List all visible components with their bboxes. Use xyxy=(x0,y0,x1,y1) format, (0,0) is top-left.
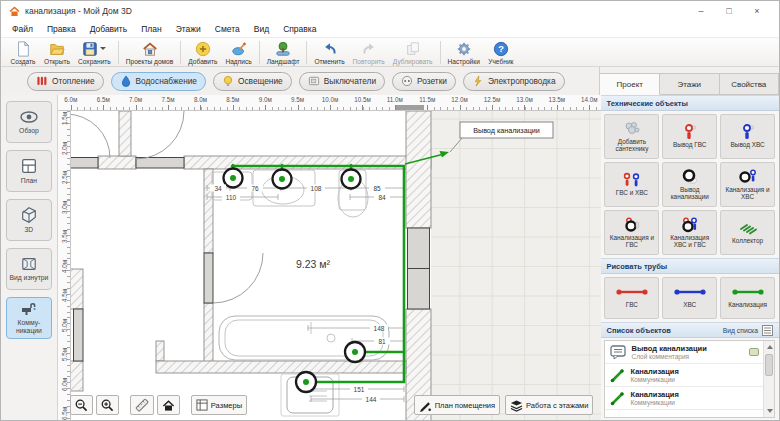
menu-item-add[interactable]: Добавить xyxy=(83,21,135,37)
ruler-tool-button[interactable] xyxy=(130,395,154,415)
open-button[interactable]: Открыть xyxy=(40,38,74,66)
btn-sewage-gvs[interactable]: Канализация и ГВС xyxy=(604,210,659,255)
btn-pipe-hvs[interactable]: ХВС xyxy=(662,277,717,319)
menubar: Файл Правка Добавить План Этажи Смета Ви… xyxy=(1,21,779,37)
dimensions-grid-icon xyxy=(196,399,208,411)
label-button[interactable]: Надпись xyxy=(221,38,255,66)
tree-icon xyxy=(275,41,291,57)
btn-gvs-hvs[interactable]: ГВС и ХВС xyxy=(604,162,659,207)
btn-sewage-hvs-gvs[interactable]: Канализация ХВС и ГВС xyxy=(662,210,717,255)
ruler-label: 6.5м xyxy=(60,399,67,421)
add-button[interactable]: Добавить xyxy=(184,38,221,66)
tab-project[interactable]: Проект xyxy=(600,73,660,95)
lightning-icon xyxy=(472,75,484,87)
save-floppy-icon xyxy=(82,41,98,57)
zoom-out-button[interactable] xyxy=(70,395,93,415)
sidebar-item-communications[interactable]: Комму-никации xyxy=(6,297,52,339)
open-folder-icon xyxy=(49,41,65,57)
btn-sewage-outlet[interactable]: Вывод канализации xyxy=(662,162,717,207)
room-area-label: 9.23 м² xyxy=(296,258,331,270)
undo-button[interactable]: Отменить xyxy=(310,38,348,66)
menu-item-estimate[interactable]: Смета xyxy=(208,21,247,37)
object-list-header: Список объектов Вид списка xyxy=(600,322,779,338)
drawing-canvas[interactable]: 6.0м6.5м7.0м7.5м8.0м8.5м9.0м9.5м10.0м10.… xyxy=(58,95,600,421)
new-button[interactable]: Создать xyxy=(6,38,40,66)
tab-water-supply[interactable]: Водоснабжение xyxy=(111,72,206,91)
btn-outlet-hvs[interactable]: Вывод ХВС xyxy=(720,114,775,159)
tab-floors[interactable]: Этажи xyxy=(660,73,720,95)
ruler-label: 2.0м xyxy=(60,133,67,163)
window-title: канализация - Мой Дом 3D xyxy=(25,6,132,16)
tab-lighting[interactable]: Освещение xyxy=(213,72,292,91)
sidebar-item-plan[interactable]: План xyxy=(6,150,52,192)
scroll-up-icon[interactable] xyxy=(767,345,773,349)
comment-icon xyxy=(610,344,626,360)
list-item[interactable]: Вывод канализации Слой комментария xyxy=(605,341,774,364)
tutorial-button[interactable]: ? Учебник xyxy=(484,38,518,66)
tab-properties[interactable]: Свойства xyxy=(720,73,780,95)
ruler-label: 5.0м xyxy=(60,310,67,340)
btn-pipe-gvs[interactable]: ГВС xyxy=(604,277,659,319)
close-button[interactable]: × xyxy=(743,1,771,21)
ruler-label: 6.0м xyxy=(60,369,67,399)
sidebar-item-overview[interactable]: Обзор xyxy=(6,101,52,143)
menu-item-help[interactable]: Справка xyxy=(276,21,323,37)
hot-pipe-icon xyxy=(614,287,650,297)
settings-button[interactable]: Настройки xyxy=(444,38,484,66)
floors-work-button[interactable]: Работа с этажами xyxy=(505,395,593,415)
tab-sockets[interactable]: Розетки xyxy=(392,72,456,91)
plus-circle-icon xyxy=(195,41,211,57)
btn-pipe-sewage[interactable]: Канализация xyxy=(720,277,775,319)
tech-objects-grid: Добавить сантехнику Вывод ГВС Вывод ХВС … xyxy=(600,111,779,258)
titlebar: канализация - Мой Дом 3D – □ × xyxy=(1,1,779,21)
redo-icon xyxy=(361,41,377,57)
landscape-button[interactable]: Ландшафт xyxy=(263,38,304,66)
right-panel: Технические объекты Добавить сантехнику … xyxy=(599,95,779,421)
switch-icon xyxy=(308,75,320,87)
gear-icon xyxy=(456,41,472,57)
ruler-label: 12.0м xyxy=(445,96,475,103)
menu-item-file[interactable]: Файл xyxy=(5,21,40,37)
dimensions-button[interactable]: Размеры xyxy=(191,395,247,415)
btn-collector[interactable]: Коллектор xyxy=(720,210,775,255)
view-mode-control[interactable]: Вид списка xyxy=(723,325,773,336)
ruler-label: 11.0м xyxy=(380,96,410,103)
sidebar-item-3d[interactable]: 3D xyxy=(6,199,52,241)
btn-outlet-gvs[interactable]: Вывод ГВС xyxy=(662,114,717,159)
save-button[interactable]: Сохранить xyxy=(74,38,115,66)
ruler-label: 2.5м xyxy=(60,163,67,193)
ruler-label: 8.5м xyxy=(218,96,248,103)
scroll-down-icon[interactable] xyxy=(767,409,773,413)
btn-sewage-hvs[interactable]: Канализация и ХВС xyxy=(720,162,775,207)
menu-item-floors[interactable]: Этажи xyxy=(169,21,208,37)
svg-text:Вывод канализации: Вывод канализации xyxy=(473,126,540,135)
scroll-thumb[interactable] xyxy=(765,354,773,376)
hot-water-outlet-icon xyxy=(679,124,701,140)
minimize-button[interactable]: – xyxy=(687,1,715,21)
ruler-label: 11.5м xyxy=(412,96,442,103)
tab-switches[interactable]: Выключатели xyxy=(299,72,385,91)
list-scrollbar[interactable] xyxy=(763,341,774,417)
btn-add-plumbing[interactable]: Добавить сантехнику xyxy=(604,114,659,159)
zoom-in-icon xyxy=(101,399,114,412)
home-icon xyxy=(162,399,175,412)
sidebar-item-interior-view[interactable]: Вид изнутри xyxy=(6,248,52,290)
room-plan-button[interactable]: План помещения xyxy=(414,395,500,415)
save-dropdown-caret[interactable] xyxy=(100,47,106,50)
menu-item-edit[interactable]: Правка xyxy=(40,21,83,37)
zoom-in-button[interactable] xyxy=(96,395,119,415)
menu-item-plan[interactable]: План xyxy=(134,21,169,37)
sewage-pipe-icon xyxy=(610,368,625,383)
home-button[interactable] xyxy=(157,395,180,415)
list-item[interactable]: Канализация Коммуникации xyxy=(605,387,774,410)
menu-item-view[interactable]: Вид xyxy=(247,21,276,37)
floor-plan[interactable]: 34 76 108 85 110 84 148 81 151 144 9.23 … xyxy=(71,111,601,421)
maximize-button[interactable]: □ xyxy=(715,1,743,21)
list-item[interactable]: Канализация Коммуникации xyxy=(605,364,774,387)
house-projects-button[interactable]: Проекты домов xyxy=(122,38,178,66)
list-view-icon xyxy=(762,325,773,336)
sewage-outlet-icon xyxy=(679,169,701,185)
tab-wiring[interactable]: Электропроводка xyxy=(463,72,565,91)
tab-heating[interactable]: Отопление xyxy=(27,72,104,91)
svg-text:?: ? xyxy=(498,44,504,54)
